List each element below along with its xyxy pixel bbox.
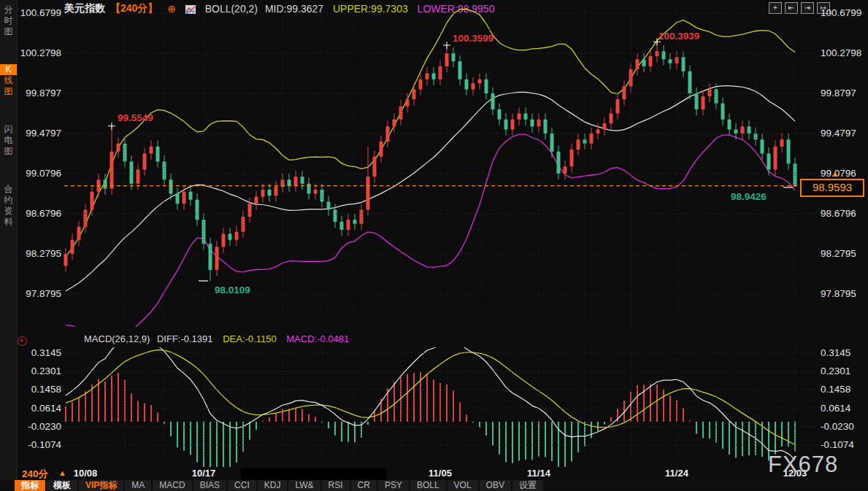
toolbar-button-模板[interactable]: 模板 (47, 480, 77, 491)
price-axis-label-right: 98.2795 (821, 248, 856, 259)
chart-canvas[interactable] (0, 0, 868, 491)
last-price-box: 98.9593 (800, 179, 864, 197)
toolbar-button-CR[interactable]: CR (351, 480, 377, 491)
toolbar-button-OBV[interactable]: OBV (480, 480, 511, 491)
macd-axis-label-left: -0.1074 (18, 439, 61, 450)
toolbar-button-LW&[interactable]: LW& (288, 480, 320, 491)
price-annotation: 100.3599 (453, 33, 493, 44)
macd-axis-label-left: -0.0230 (18, 421, 61, 432)
price-annotation: 100.3939 (658, 31, 699, 42)
price-axis-label-left: 98.6796 (18, 208, 61, 219)
toolbar-button-设置[interactable]: 设置 (512, 480, 543, 491)
chart-application-window: 分时图K线图闪电图合约资料 美元指数 【240分】 ⊕ BOLL(20,2) M… (0, 0, 868, 491)
toolbar-button-MACD[interactable]: MACD (153, 480, 191, 491)
timeline-scrollbar[interactable] (241, 468, 387, 480)
price-annotation: 98.0109 (215, 285, 250, 295)
toolbar-button-指标[interactable]: 指标 (15, 480, 45, 491)
toolbar-button-RSI[interactable]: RSI (322, 480, 350, 491)
macd-macd-value: MACD:-0.0481 (286, 333, 349, 344)
toolbar-button-MA[interactable]: MA (125, 480, 151, 491)
price-axis-label-right: 100.6799 (821, 7, 861, 18)
price-annotation: 99.5549 (118, 112, 153, 123)
toolbar-button-VOL[interactable]: VOL (448, 480, 478, 491)
macd-axis-label-right: 0.3145 (821, 347, 850, 358)
price-axis-label-right: 100.2798 (821, 47, 861, 58)
toolbar-button-CCI[interactable]: CCI (228, 480, 256, 491)
price-up-arrow-icon: ▲ (831, 169, 840, 179)
timeframe-arrow-icon: ▲ (58, 468, 66, 477)
price-axis-label-right: 99.8797 (821, 88, 856, 98)
macd-axis-label-left: 0.0614 (18, 403, 61, 414)
date-label: 11/24 (655, 468, 699, 479)
price-axis-label-left: 98.2795 (18, 248, 61, 259)
price-axis-label-right: 98.6796 (821, 208, 856, 219)
macd-axis-label-left: 0.2301 (18, 366, 61, 376)
macd-name: MACD(26,12,9) (84, 333, 150, 344)
macd-axis-label-right: -0.0230 (821, 421, 854, 432)
macd-axis-label-right: 0.2301 (821, 366, 850, 376)
toolbar-button-BIAS[interactable]: BIAS (193, 480, 226, 491)
date-label: 10/17 (182, 468, 226, 479)
price-axis-label-left: 100.6799 (18, 7, 61, 18)
date-label: 12/03 (773, 468, 817, 479)
macd-axis-label-left: 0.3145 (18, 347, 61, 358)
date-label: 11/05 (418, 468, 462, 479)
macd-axis-label-right: -0.1074 (821, 439, 854, 450)
price-axis-label-right: 99.4797 (821, 128, 856, 139)
toolbar-button-PSY[interactable]: PSY (378, 480, 409, 491)
macd-axis-label-left: 0.1458 (18, 384, 61, 395)
toolbar-button-VIP指标[interactable]: VIP指标 (79, 480, 123, 491)
macd-header: MACD(26,12,9) DIFF:-0.1391 DEA:-0.1150 M… (84, 333, 356, 344)
date-label: 11/14 (517, 468, 561, 479)
macd-axis-label-right: 0.1458 (821, 384, 850, 395)
timeframe-label[interactable]: 240分 (22, 468, 48, 481)
price-axis-label-right: 97.8795 (821, 288, 856, 299)
price-axis-label-left: 97.8795 (18, 288, 61, 299)
price-axis-label-left: 100.2798 (18, 47, 61, 58)
macd-dea-value: DEA:-0.1150 (223, 333, 276, 344)
price-axis-label-left: 99.4797 (18, 128, 61, 139)
price-annotation: 98.9426 (731, 191, 767, 202)
price-axis-label-left: 99.8797 (18, 88, 61, 98)
macd-diff-value: DIFF:-0.1391 (157, 333, 213, 344)
date-label: 10/08 (64, 468, 107, 479)
macd-axis-label-right: 0.0614 (821, 403, 850, 414)
indicator-toolbar: 指标模板VIP指标MAMACDBIASCCIKDJLW&RSICRPSYBOLL… (0, 480, 868, 491)
price-axis-label-left: 99.0796 (18, 168, 61, 179)
macd-settings-icon[interactable] (18, 336, 27, 346)
toolbar-button-BOLL[interactable]: BOLL (410, 480, 446, 491)
toolbar-button-KDJ[interactable]: KDJ (258, 480, 288, 491)
